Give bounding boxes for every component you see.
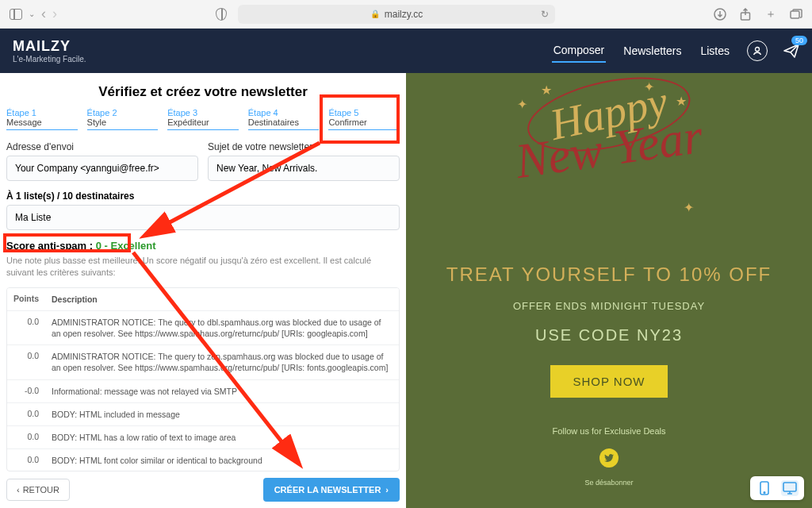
step-1[interactable]: Étape 1Message — [6, 108, 78, 130]
logo-text: MAILZY — [13, 38, 86, 55]
table-row: 0.0ADMINISTRATOR NOTICE: The query to db… — [7, 310, 399, 344]
privacy-shield-icon[interactable] — [216, 8, 227, 21]
preview-follow-text: Follow us for Exclusive Deals — [422, 426, 796, 436]
table-row: -0.0Informational: message was not relay… — [7, 379, 399, 402]
spam-score-label: Score anti-spam : 0 - Excellent — [6, 240, 400, 252]
lists-label: À 1 liste(s) / 10 destinataires — [6, 190, 400, 202]
step-5[interactable]: Étape 5Confirmer — [328, 108, 400, 130]
table-row: 0.0BODY: HTML has a low ratio of text to… — [7, 425, 399, 448]
preview-subline: OFFER ENDS MIDNIGHT TUESDAY — [422, 300, 796, 312]
spam-note: Une note plus basse est meilleure. Un sc… — [6, 255, 400, 279]
logo[interactable]: MAILZY L'e-Marketing Facile. — [13, 38, 86, 64]
credits-badge: 50 — [791, 36, 807, 45]
spam-score-value: 0 - Excellent — [96, 240, 156, 252]
nav-forward-icon: › — [52, 6, 57, 22]
account-icon[interactable] — [747, 40, 768, 61]
preview-codeline: USE CODE NY23 — [422, 326, 796, 344]
create-newsletter-button[interactable]: CRÉER LA NEWSLETTER › — [263, 478, 400, 502]
send-credits-icon[interactable]: 50 — [783, 44, 799, 58]
table-row: 0.0BODY: HTML font color similar or iden… — [7, 448, 399, 471]
col-points-header: Points — [7, 288, 45, 310]
new-tab-icon[interactable]: ＋ — [764, 8, 777, 21]
table-row: 0.0ADMINISTRATOR NOTICE: The query to ze… — [7, 344, 399, 379]
url-bar[interactable]: 🔒 mailzy.cc ↻ — [238, 5, 555, 24]
svg-point-5 — [764, 492, 765, 494]
col-desc-header: Description — [45, 288, 399, 310]
spam-criteria-table: Points Description 0.0ADMINISTRATOR NOTI… — [6, 287, 400, 471]
page-title: Vérifiez et créez votre newsletter — [6, 84, 400, 100]
sender-input[interactable] — [6, 156, 198, 181]
tabs-overview-icon[interactable] — [790, 8, 802, 21]
svg-point-3 — [756, 48, 760, 52]
sender-label: Adresse d'envoi — [6, 141, 198, 152]
table-row: 0.0BODY: HTML included in message — [7, 402, 399, 425]
preview-cta-button[interactable]: SHOP NOW — [550, 365, 667, 398]
browser-chrome: ⌄ ‹ › 🔒 mailzy.cc ↻ ＋ — [0, 0, 812, 29]
stepper: Étape 1Message Étape 2Style Étape 3Expéd… — [6, 108, 400, 130]
mobile-preview-icon[interactable] — [756, 480, 773, 496]
download-icon[interactable] — [714, 8, 726, 21]
share-icon[interactable] — [739, 8, 752, 21]
app-header: MAILZY L'e-Marketing Facile. Composer Ne… — [0, 29, 812, 73]
preview-panel: ★ ✦ ✦ ★ ✦ Happy New Year TREAT YOURSELF … — [406, 73, 812, 508]
reload-icon[interactable]: ↻ — [541, 9, 549, 20]
desktop-preview-icon[interactable] — [781, 480, 799, 496]
tagline: L'e-Marketing Facile. — [13, 55, 86, 64]
sidebar-toggle-icon[interactable] — [10, 9, 22, 20]
step-3[interactable]: Étape 3Expéditeur — [167, 108, 239, 130]
step-2[interactable]: Étape 2Style — [87, 108, 159, 130]
device-toggle — [750, 476, 804, 500]
twitter-icon[interactable] — [599, 448, 619, 468]
lock-icon: 🔒 — [370, 10, 380, 18]
url-domain: mailzy.cc — [385, 9, 423, 20]
step-4[interactable]: Étape 4Destinataires — [248, 108, 320, 130]
nav-newsletters[interactable]: Newsletters — [622, 40, 683, 62]
wizard-panel: Vérifiez et créez votre newsletter Étape… — [0, 73, 406, 508]
preview-headline: TREAT YOURSELF TO 10% OFF — [422, 264, 796, 286]
preview-unsubscribe-link[interactable]: Se désabonner — [422, 479, 796, 487]
svg-rect-6 — [783, 483, 796, 491]
nav-composer[interactable]: Composer — [552, 39, 607, 63]
svg-rect-2 — [791, 11, 799, 18]
subject-input[interactable] — [208, 156, 400, 181]
subject-label: Sujet de votre newsletter — [208, 141, 400, 152]
tab-dropdown-icon[interactable]: ⌄ — [29, 10, 35, 18]
nav-listes[interactable]: Listes — [699, 40, 731, 62]
lists-input[interactable] — [6, 205, 400, 230]
nav-back-icon[interactable]: ‹ — [41, 6, 46, 22]
back-button[interactable]: ‹ RETOUR — [6, 479, 70, 501]
